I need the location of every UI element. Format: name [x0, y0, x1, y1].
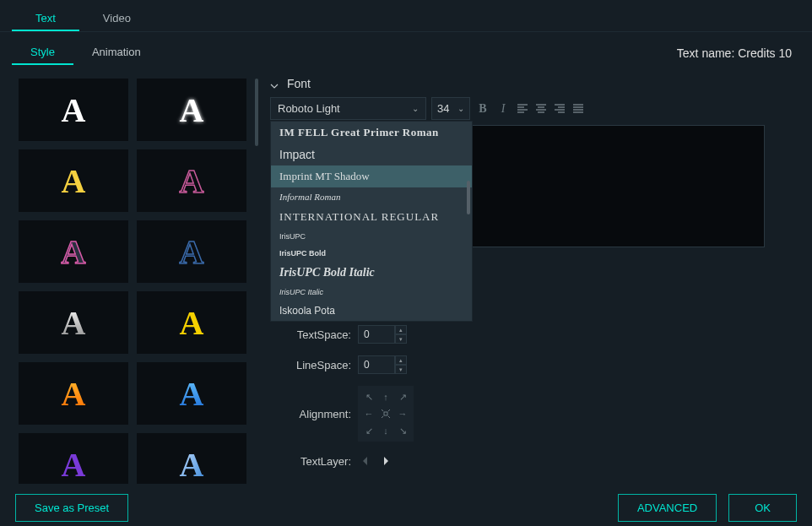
font-option[interactable]: IrisUPC Italic: [271, 284, 472, 301]
linespace-input[interactable]: 0: [358, 355, 395, 374]
align-bl[interactable]: ↙: [361, 423, 376, 438]
align-bc[interactable]: ↓: [378, 423, 393, 438]
font-option[interactable]: IrisUPC Bold: [271, 245, 472, 262]
save-preset-button[interactable]: Save as Preset: [15, 494, 128, 522]
font-size-select[interactable]: 34 ⌄: [431, 97, 470, 120]
alignment-grid: ↖ ↑ ↗ ← → ↙ ↓ ↘: [358, 386, 414, 442]
align-ml[interactable]: ←: [361, 406, 376, 421]
align-right-button[interactable]: [553, 102, 566, 116]
font-family-value: Roboto Light: [278, 102, 340, 115]
bold-button[interactable]: B: [475, 101, 490, 117]
italic-button[interactable]: I: [495, 101, 511, 117]
font-option[interactable]: Iskoola Pota: [271, 301, 472, 321]
svg-text:A: A: [62, 233, 86, 271]
style-preset-11[interactable]: A: [19, 433, 128, 484]
align-justify-button[interactable]: [571, 102, 585, 116]
font-option[interactable]: IrisUPC Bold Italic: [271, 262, 472, 284]
header-row: Style Animation Text name: Credits 10: [0, 32, 812, 70]
top-tabs: Text Video: [0, 0, 812, 32]
style-preset-10[interactable]: A: [137, 362, 246, 425]
style-preset-9[interactable]: A: [19, 362, 128, 425]
style-preset-12[interactable]: A: [137, 433, 246, 484]
svg-text:A: A: [62, 446, 86, 484]
tab-video[interactable]: Video: [79, 7, 154, 31]
style-preset-8[interactable]: A: [137, 291, 246, 354]
align-br[interactable]: ↘: [395, 423, 410, 438]
linespace-up[interactable]: ▴: [395, 355, 407, 365]
align-center-button[interactable]: [534, 102, 548, 116]
advanced-button[interactable]: ADVANCED: [618, 494, 717, 522]
svg-text:A: A: [62, 304, 86, 342]
svg-text:A: A: [180, 304, 204, 342]
font-option[interactable]: Informal Roman: [271, 187, 472, 206]
style-grid: A AA A A A A A A A A A A: [19, 79, 258, 484]
font-option[interactable]: INTERNATIONAL REGULAR: [271, 206, 472, 228]
align-tc[interactable]: ↑: [378, 389, 393, 404]
svg-text:A: A: [180, 162, 204, 200]
font-dropdown-list: IM FELL Great Primer Roman Impact Imprin…: [270, 121, 473, 322]
text-name-label: Text name:: [677, 46, 734, 60]
linespace-label: LineSpace:: [284, 359, 351, 371]
caret-down-icon: ⌄: [457, 104, 464, 113]
svg-text:A: A: [180, 446, 204, 484]
style-preset-3[interactable]: A: [19, 149, 128, 212]
subtab-animation[interactable]: Animation: [73, 41, 160, 65]
footer: Save as Preset ADVANCED OK: [0, 484, 812, 526]
align-tr[interactable]: ↗: [395, 389, 410, 404]
style-preset-1[interactable]: A: [19, 79, 128, 141]
ok-button[interactable]: OK: [728, 494, 797, 522]
style-preset-7[interactable]: A: [19, 291, 128, 354]
align-left-button[interactable]: [516, 102, 529, 116]
font-toolbar: Roboto Light ⌄ 34 ⌄ B I: [270, 97, 792, 120]
svg-rect-13: [384, 412, 387, 415]
alignment-label: Alignment:: [284, 408, 351, 420]
style-preset-4[interactable]: A: [137, 149, 246, 212]
svg-text:A: A: [180, 91, 204, 129]
subtab-style[interactable]: Style: [12, 41, 73, 65]
textspace-input[interactable]: 0: [358, 325, 395, 344]
style-preset-6[interactable]: A: [137, 220, 246, 283]
linespace-down[interactable]: ▾: [395, 365, 407, 374]
font-option[interactable]: Impact: [271, 144, 472, 165]
sub-tabs: Style Animation: [12, 41, 160, 65]
svg-text:A: A: [62, 375, 86, 413]
textspace-down[interactable]: ▾: [395, 334, 407, 344]
style-preset-2[interactable]: AA: [137, 79, 246, 141]
text-name-display: Text name: Credits 10: [677, 46, 792, 60]
svg-text:A: A: [62, 91, 86, 129]
font-option[interactable]: Imprint MT Shadow: [271, 165, 472, 187]
font-family-select[interactable]: Roboto Light ⌄: [270, 97, 426, 120]
svg-text:A: A: [180, 375, 204, 413]
dropdown-scrollbar[interactable]: [467, 181, 470, 214]
style-preset-5[interactable]: A: [19, 220, 128, 283]
chevron-down-icon: [270, 79, 279, 88]
tab-text[interactable]: Text: [12, 7, 79, 31]
properties-panel: Font Roboto Light ⌄ 34 ⌄ B I IM FELL Gre…: [258, 70, 812, 484]
textlayer-label: TextLayer:: [284, 455, 351, 468]
font-size-value: 34: [437, 102, 449, 115]
align-mc[interactable]: [378, 406, 393, 421]
font-option[interactable]: IM FELL Great Primer Roman: [271, 122, 472, 144]
style-panel: A AA A A A A A A A A A A: [0, 70, 258, 484]
svg-text:A: A: [62, 162, 86, 200]
text-name-value: Credits 10: [738, 46, 792, 60]
textspace-up[interactable]: ▴: [395, 325, 407, 334]
caret-down-icon: ⌄: [412, 104, 419, 113]
font-option[interactable]: IrisUPC: [271, 228, 472, 245]
layer-next-button[interactable]: [378, 453, 393, 469]
font-section-header[interactable]: Font: [270, 77, 792, 90]
align-tl[interactable]: ↖: [361, 389, 376, 404]
svg-text:A: A: [180, 233, 204, 271]
layer-prev-button[interactable]: [358, 453, 373, 469]
textspace-label: TextSpace:: [284, 328, 351, 341]
font-section-label: Font: [287, 77, 311, 90]
align-mr[interactable]: →: [395, 406, 410, 421]
